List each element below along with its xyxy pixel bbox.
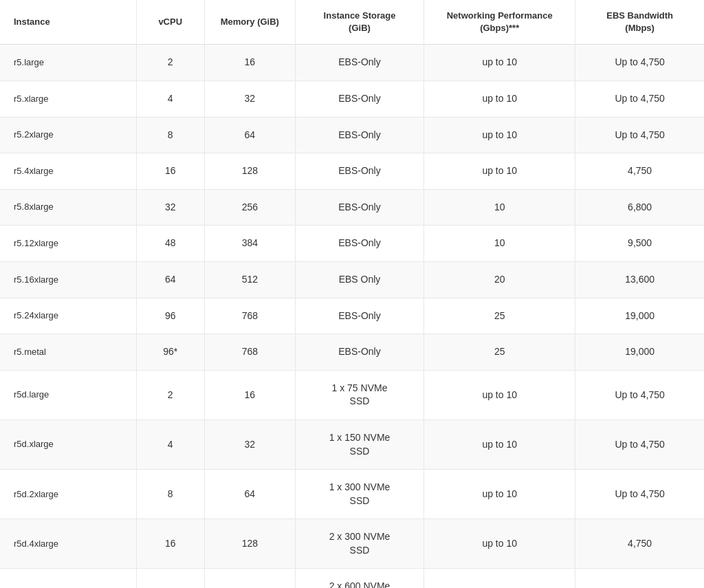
cell-ebs: 6,800 — [575, 569, 704, 588]
cell-memory: 64 — [204, 470, 295, 519]
cell-memory: 128 — [204, 153, 295, 190]
table-row: r5.2xlarge864EBS-Onlyup to 10Up to 4,750 — [0, 117, 704, 153]
table-body: r5.large216EBS-Onlyup to 10Up to 4,750r5… — [0, 45, 704, 588]
table-container: InstancevCPUMemory (GiB)Instance Storage… — [0, 0, 704, 588]
cell-instance: r5.4xlarge — [0, 153, 136, 190]
cell-network: up to 10 — [424, 470, 575, 519]
cell-vcpu: 96* — [136, 334, 204, 371]
cell-network: 10 — [424, 189, 575, 226]
table-row: r5.metal96*768EBS-Only2519,000 — [0, 334, 704, 371]
cell-instance: r5d.2xlarge — [0, 470, 136, 519]
cell-storage: 1 x 75 NVMeSSD — [295, 370, 424, 420]
cell-memory: 256 — [204, 569, 295, 588]
col-header-ebs: EBS Bandwidth(Mbps) — [575, 0, 704, 45]
table-row: r5.large216EBS-Onlyup to 10Up to 4,750 — [0, 45, 704, 81]
cell-storage: EBS-Only — [295, 226, 424, 262]
cell-ebs: Up to 4,750 — [575, 80, 704, 117]
cell-memory: 256 — [204, 189, 295, 226]
cell-storage: EBS-Only — [295, 45, 424, 81]
instance-table: InstancevCPUMemory (GiB)Instance Storage… — [0, 0, 704, 588]
cell-network: up to 10 — [424, 117, 575, 153]
cell-network: up to 10 — [424, 80, 575, 117]
cell-instance: r5.12xlarge — [0, 226, 136, 262]
cell-memory: 512 — [204, 261, 295, 298]
cell-network: 20 — [424, 261, 575, 298]
table-row: r5.16xlarge64512EBS Only2013,600 — [0, 261, 704, 298]
cell-ebs: Up to 4,750 — [575, 370, 704, 420]
cell-ebs: Up to 4,750 — [575, 420, 704, 469]
cell-storage: EBS-Only — [295, 334, 424, 371]
col-header-network: Networking Performance(Gbps)*** — [424, 0, 575, 45]
cell-storage: EBS-Only — [295, 189, 424, 226]
cell-vcpu: 16 — [136, 153, 204, 190]
cell-vcpu: 16 — [136, 519, 204, 569]
cell-instance: r5.8xlarge — [0, 189, 136, 226]
table-row: r5.xlarge432EBS-Onlyup to 10Up to 4,750 — [0, 80, 704, 117]
cell-ebs: 4,750 — [575, 153, 704, 190]
cell-instance: r5d.large — [0, 370, 136, 420]
cell-memory: 768 — [204, 298, 295, 334]
cell-storage: EBS-Only — [295, 298, 424, 334]
cell-storage: 2 x 300 NVMeSSD — [295, 519, 424, 569]
cell-memory: 16 — [204, 370, 295, 420]
cell-ebs: Up to 4,750 — [575, 117, 704, 153]
cell-memory: 16 — [204, 45, 295, 81]
cell-vcpu: 96 — [136, 298, 204, 334]
cell-instance: r5.metal — [0, 334, 136, 371]
cell-network: up to 10 — [424, 420, 575, 469]
table-header-row: InstancevCPUMemory (GiB)Instance Storage… — [0, 0, 704, 45]
cell-instance: r5.2xlarge — [0, 117, 136, 153]
cell-instance: r5d.4xlarge — [0, 519, 136, 569]
cell-instance: r5.24xlarge — [0, 298, 136, 334]
cell-ebs: 6,800 — [575, 189, 704, 226]
cell-network: 25 — [424, 298, 575, 334]
cell-memory: 32 — [204, 420, 295, 469]
cell-ebs: Up to 4,750 — [575, 470, 704, 519]
cell-ebs: 9,500 — [575, 226, 704, 262]
cell-vcpu: 8 — [136, 117, 204, 153]
col-header-storage: Instance Storage(GiB) — [295, 0, 424, 45]
cell-memory: 384 — [204, 226, 295, 262]
table-row: r5.4xlarge16128EBS-Onlyup to 104,750 — [0, 153, 704, 190]
cell-storage: EBS-Only — [295, 153, 424, 190]
table-row: r5d.large2161 x 75 NVMeSSDup to 10Up to … — [0, 370, 704, 420]
cell-vcpu: 4 — [136, 420, 204, 469]
cell-storage: 1 x 300 NVMeSSD — [295, 470, 424, 519]
cell-memory: 768 — [204, 334, 295, 371]
cell-network: 10 — [424, 226, 575, 262]
cell-memory: 64 — [204, 117, 295, 153]
cell-ebs: 19,000 — [575, 298, 704, 334]
cell-network: up to 10 — [424, 45, 575, 81]
cell-ebs: 4,750 — [575, 519, 704, 569]
cell-vcpu: 64 — [136, 261, 204, 298]
cell-vcpu: 2 — [136, 45, 204, 81]
col-header-memory: Memory (GiB) — [204, 0, 295, 45]
cell-instance: r5.xlarge — [0, 80, 136, 117]
table-row: r5d.xlarge4321 x 150 NVMeSSDup to 10Up t… — [0, 420, 704, 469]
cell-vcpu: 48 — [136, 226, 204, 262]
col-header-instance: Instance — [0, 0, 136, 45]
table-row: r5.24xlarge96768EBS-Only2519,000 — [0, 298, 704, 334]
cell-ebs: 19,000 — [575, 334, 704, 371]
cell-memory: 128 — [204, 519, 295, 569]
table-row: r5d.2xlarge8641 x 300 NVMeSSDup to 10Up … — [0, 470, 704, 519]
cell-network: 25 — [424, 334, 575, 371]
cell-instance: r5d.xlarge — [0, 420, 136, 469]
cell-network: up to 10 — [424, 153, 575, 190]
cell-vcpu: 32 — [136, 189, 204, 226]
cell-storage: EBS-Only — [295, 117, 424, 153]
cell-instance: r5.large — [0, 45, 136, 81]
cell-instance: r5d.8xlarge — [0, 569, 136, 588]
cell-network: 10 — [424, 569, 575, 588]
table-row: r5d.8xlarge322562 x 600 NVMeSSD106,800 — [0, 569, 704, 588]
col-header-vcpu: vCPU — [136, 0, 204, 45]
table-row: r5d.4xlarge161282 x 300 NVMeSSDup to 104… — [0, 519, 704, 569]
cell-instance: r5.16xlarge — [0, 261, 136, 298]
cell-vcpu: 32 — [136, 569, 204, 588]
cell-storage: EBS-Only — [295, 80, 424, 117]
cell-ebs: Up to 4,750 — [575, 45, 704, 81]
cell-ebs: 13,600 — [575, 261, 704, 298]
cell-vcpu: 8 — [136, 470, 204, 519]
cell-memory: 32 — [204, 80, 295, 117]
cell-storage: 1 x 150 NVMeSSD — [295, 420, 424, 469]
